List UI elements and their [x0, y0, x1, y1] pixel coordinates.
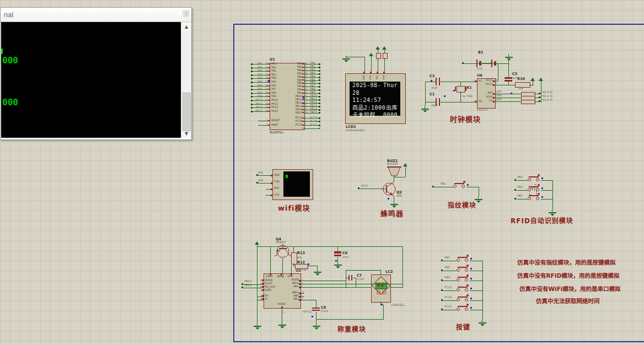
pin-stub [262, 279, 264, 281]
mcu-ref: U1 [270, 57, 275, 62]
pin-stub [377, 72, 378, 73]
wire [498, 63, 498, 81]
pin-label: PA0 [271, 62, 278, 66]
q2-ref: Q2 [396, 190, 402, 195]
scrollbar-thumb[interactable] [183, 93, 191, 131]
mcu-wires-right [304, 64, 320, 114]
wire [402, 284, 403, 288]
rtc-pins-bus: RSTSCLKI/O [480, 91, 493, 103]
crystal-body [457, 86, 465, 93]
pin-stub [299, 287, 300, 288]
marker-dot [303, 103, 304, 104]
wire [346, 270, 381, 271]
mcu-pins-left: PA0PA1PA2PA3PA4PA5PA6PA7PA8PA9PA10PA11PA… [271, 62, 278, 113]
pin-stub [262, 289, 264, 291]
pin-label: VCC2 [481, 83, 493, 87]
key-button[interactable] [456, 276, 473, 283]
key-button[interactable] [456, 266, 473, 273]
rtc-part: DS1302 [477, 109, 487, 111]
ground-icon [312, 323, 321, 331]
buzzer-icon[interactable] [387, 165, 402, 177]
c1-ref: C1 [430, 92, 434, 96]
lcd-line-code: 0000 [383, 111, 398, 119]
lcd-pin-scl: SCL [375, 75, 378, 79]
npn-transistor-icon[interactable] [382, 181, 397, 197]
marker-dot [381, 304, 383, 305]
key-button[interactable] [456, 305, 473, 312]
c7-value: 0.1uF [357, 278, 364, 281]
pin-stub [262, 298, 264, 300]
rfid-button[interactable] [527, 186, 544, 193]
pin-stub [299, 299, 300, 301]
wire [257, 300, 264, 300]
pin-label: PA15 [271, 110, 278, 114]
lcd-line-outbound: 出库 [386, 104, 398, 112]
net-label: PB4 [517, 185, 523, 188]
pin-stub [493, 101, 495, 103]
net-pa7: PA7 [497, 90, 502, 93]
wire [517, 180, 528, 181]
wire [434, 187, 453, 187]
lcd-pin-sda: SDA [382, 75, 385, 80]
fingerprint-button[interactable] [453, 182, 469, 190]
net-label: PB9 [444, 276, 450, 279]
rtc-ref: U6 [477, 73, 482, 78]
lcd-line-date: 2025-08-28 [352, 82, 383, 96]
rfid-button[interactable] [527, 176, 544, 183]
marker-dot [431, 80, 432, 82]
key-button[interactable] [456, 256, 473, 263]
pin-label: RST [480, 91, 493, 95]
net-label: PB0 [444, 256, 450, 259]
wire-terminal [256, 174, 258, 176]
terminal-line: 000 [2, 97, 18, 107]
pin-label: SCLK [480, 95, 493, 99]
pin-label: PA9 [271, 95, 278, 99]
key-button[interactable] [456, 286, 473, 293]
key-button[interactable] [456, 296, 473, 303]
wire [270, 246, 271, 274]
terminal-titlebar[interactable]: nal x [1, 8, 191, 22]
wire-terminal [242, 283, 243, 285]
virtual-terminal-window[interactable]: nal x 000 000 ▲ ▼ [0, 7, 192, 140]
pin-stub [475, 101, 477, 103]
wire [337, 246, 338, 251]
close-icon[interactable]: x [183, 10, 190, 17]
wire [441, 102, 477, 103]
scroll-up-icon[interactable]: ▲ [181, 22, 191, 31]
pin-stub [493, 93, 495, 95]
pin-label: CTS [274, 192, 280, 198]
wire [300, 284, 403, 284]
pin-label: PC15 [289, 123, 302, 127]
wire-terminal [514, 179, 516, 181]
pin-stub [262, 295, 264, 297]
wire [529, 85, 534, 85]
wire [346, 278, 349, 278]
wifi-pins: RXDTXDRTSCTS [274, 172, 280, 198]
c7-ref: C7 [357, 273, 362, 278]
marker-dot [312, 316, 313, 317]
lcd-pin-vcc: VCC [369, 75, 372, 80]
lcd-ref: LCD1 [346, 125, 356, 129]
rfid-button[interactable] [527, 195, 544, 202]
wire-terminal [242, 287, 243, 288]
u2-pins-left1: DVDDDOUTPD_SCKRATE [265, 279, 275, 292]
pin-label: PA4 [271, 77, 278, 80]
net-pa15: PA15 [361, 184, 368, 187]
wire-terminal [539, 93, 540, 94]
u2-ref: U2 [296, 268, 301, 273]
wire [291, 266, 292, 274]
wire [307, 266, 317, 266]
wire [316, 300, 316, 308]
wire [495, 81, 498, 82]
mcu-terminals-left [251, 63, 253, 114]
pin-stub [291, 274, 292, 276]
wire [443, 300, 457, 301]
wire [383, 305, 384, 320]
pin-label: PA8 [271, 91, 278, 95]
wire [482, 261, 483, 320]
rpack-labels: R6 4.7kR8 4.7kR9 4.7k [543, 90, 552, 102]
pin-stub [493, 80, 495, 82]
wire [443, 290, 457, 291]
terminal-scrollbar[interactable]: ▲ ▼ [181, 22, 191, 138]
wire [541, 83, 541, 103]
